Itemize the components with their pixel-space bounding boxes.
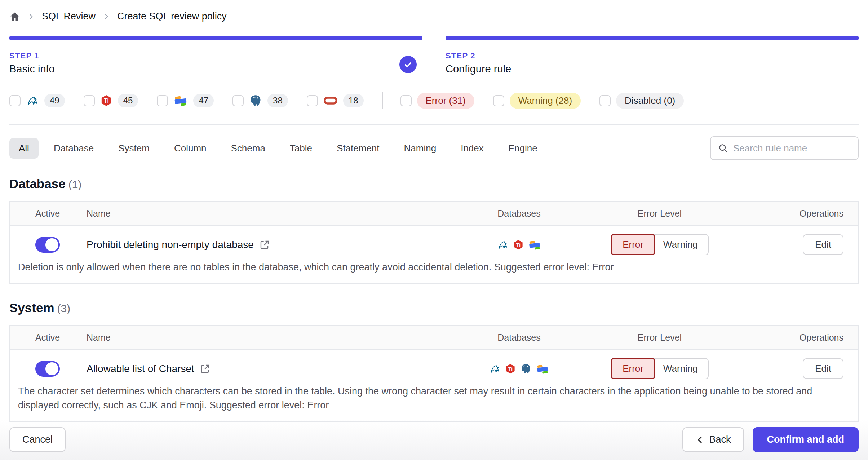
step-2-label: STEP 2 <box>446 51 859 61</box>
edit-button[interactable]: Edit <box>803 358 843 379</box>
column-header-databases: Databases <box>454 332 584 343</box>
rule-description: The character set determines which chara… <box>10 383 858 421</box>
table-row: Allowable list of Charset Error Warning … <box>10 350 858 383</box>
warning-checkbox[interactable] <box>493 95 504 106</box>
mysql-icon <box>489 363 501 375</box>
filter-engine-postgresql[interactable]: 38 <box>232 94 288 107</box>
warning-count-pill[interactable]: Warning (28) <box>510 93 581 109</box>
rule-active-toggle[interactable] <box>35 237 60 253</box>
column-header-active: Active <box>35 208 87 219</box>
cancel-button[interactable]: Cancel <box>9 427 66 452</box>
error-level-warning-button[interactable]: Warning <box>653 234 709 255</box>
oceanbase-icon <box>528 238 541 251</box>
rule-name: Allowable list of Charset <box>87 363 194 375</box>
database-rules-table: Active Name Databases Error Level Operat… <box>9 201 859 284</box>
table-header: Active Name Databases Error Level Operat… <box>10 202 858 226</box>
tab-table[interactable]: Table <box>280 138 322 159</box>
chevron-right-icon <box>27 13 35 20</box>
rule-active-toggle[interactable] <box>35 361 60 377</box>
section-heading-database: Database(1) <box>9 177 859 191</box>
disabled-count-pill[interactable]: Disabled (0) <box>616 93 684 109</box>
tab-column[interactable]: Column <box>165 138 216 159</box>
check-icon <box>403 59 413 70</box>
step-indicator: STEP 1 Basic info STEP 2 Configure rule <box>9 36 859 75</box>
category-tab-bar: All Database System Column Schema Table … <box>9 136 859 160</box>
toggle-knob <box>45 238 58 251</box>
tab-all[interactable]: All <box>9 138 39 159</box>
tidb-checkbox[interactable] <box>84 95 95 106</box>
disabled-checkbox[interactable] <box>599 95 611 106</box>
section-title: System <box>9 301 54 315</box>
filter-engine-oracle[interactable]: 18 <box>307 93 364 108</box>
postgresql-count-badge: 38 <box>267 94 288 107</box>
tidb-icon <box>505 363 516 374</box>
section-count: (1) <box>68 178 82 190</box>
column-header-databases: Databases <box>454 208 584 219</box>
error-level-error-button[interactable]: Error <box>611 358 655 379</box>
filter-engine-oceanbase[interactable]: 47 <box>157 93 214 108</box>
oceanbase-icon <box>536 362 549 375</box>
step-2: STEP 2 Configure rule <box>446 36 859 75</box>
tab-system[interactable]: System <box>109 138 159 159</box>
postgresql-icon <box>249 94 262 107</box>
mysql-count-badge: 49 <box>44 94 65 107</box>
column-header-operations: Operations <box>735 332 843 343</box>
external-link-icon[interactable] <box>260 240 270 250</box>
edit-button[interactable]: Edit <box>803 234 843 255</box>
filter-level-disabled[interactable]: Disabled (0) <box>599 93 684 109</box>
step-2-progress-bar <box>446 36 859 40</box>
step-1-completed-badge <box>399 56 417 73</box>
rule-search-box[interactable] <box>710 136 859 160</box>
tab-database[interactable]: Database <box>44 138 103 159</box>
error-level-warning-button[interactable]: Warning <box>653 358 709 379</box>
tab-engine[interactable]: Engine <box>499 138 547 159</box>
rule-description: Deletion is only allowed when there are … <box>10 259 858 283</box>
table-row: Prohibit deleting non-empty database Err… <box>10 226 858 259</box>
breadcrumb: SQL Review Create SQL review policy <box>9 0 859 22</box>
tab-index[interactable]: Index <box>451 138 493 159</box>
error-level-error-button[interactable]: Error <box>611 234 655 255</box>
oceanbase-checkbox[interactable] <box>157 95 168 106</box>
error-level-segmented-control: Error Warning <box>611 234 709 255</box>
oracle-checkbox[interactable] <box>307 95 318 106</box>
step-1-label: STEP 1 <box>9 51 422 61</box>
error-level-segmented-control: Error Warning <box>611 358 709 379</box>
postgresql-checkbox[interactable] <box>232 95 244 106</box>
error-count-pill[interactable]: Error (31) <box>417 93 474 109</box>
search-input[interactable] <box>733 143 851 154</box>
filter-divider <box>382 92 383 109</box>
step-1-progress-bar <box>9 36 422 40</box>
chevron-left-icon <box>695 435 705 444</box>
home-icon[interactable] <box>9 11 20 22</box>
search-icon <box>718 143 728 153</box>
breadcrumb-sql-review[interactable]: SQL Review <box>42 11 96 22</box>
confirm-and-add-button[interactable]: Confirm and add <box>753 427 859 452</box>
step-2-title: Configure rule <box>446 63 859 75</box>
back-button-label: Back <box>709 434 731 445</box>
external-link-icon[interactable] <box>200 364 210 374</box>
create-sql-review-policy-page: SQL Review Create SQL review policy STEP… <box>0 0 868 460</box>
filter-level-warning[interactable]: Warning (28) <box>493 93 581 109</box>
error-checkbox[interactable] <box>400 95 412 106</box>
filter-level-error[interactable]: Error (31) <box>400 93 474 109</box>
column-header-name: Name <box>87 332 454 343</box>
mysql-checkbox[interactable] <box>9 95 21 106</box>
table-header: Active Name Databases Error Level Operat… <box>10 326 858 350</box>
oceanbase-count-badge: 47 <box>193 94 214 107</box>
column-header-name: Name <box>87 208 454 219</box>
filter-engine-mysql[interactable]: 49 <box>9 94 65 107</box>
mysql-icon <box>26 94 39 107</box>
column-header-error-level: Error Level <box>584 332 735 343</box>
tidb-icon <box>100 94 112 107</box>
tab-statement[interactable]: Statement <box>327 138 389 159</box>
tab-naming[interactable]: Naming <box>395 138 446 159</box>
filter-engine-tidb[interactable]: 45 <box>84 94 138 107</box>
mysql-icon <box>497 239 509 251</box>
toggle-knob <box>45 362 58 375</box>
section-title: Database <box>9 177 66 191</box>
back-button[interactable]: Back <box>682 427 744 452</box>
chevron-right-icon <box>103 13 110 20</box>
tidb-count-badge: 45 <box>118 94 138 107</box>
tidb-icon <box>513 239 524 250</box>
tab-schema[interactable]: Schema <box>222 138 275 159</box>
